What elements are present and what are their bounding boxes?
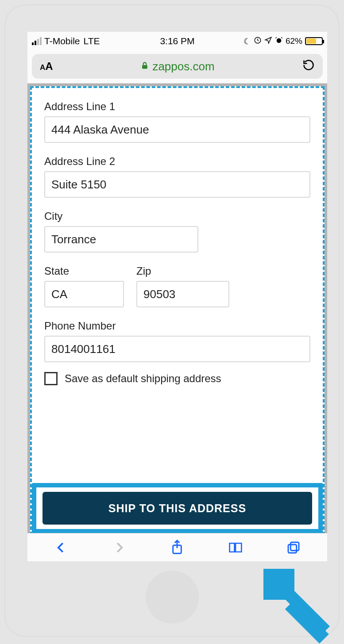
address-line-1-input[interactable] (44, 116, 310, 143)
forward-button (109, 538, 129, 557)
page-content: Address Line 1 Address Line 2 City State… (27, 84, 327, 533)
svg-rect-5 (291, 542, 299, 551)
clock-label: 3:16 PM (160, 36, 194, 46)
state-label: State (44, 265, 124, 277)
lock-icon (140, 61, 149, 72)
signal-strength-icon (32, 37, 42, 45)
address-line-2-input[interactable] (44, 171, 310, 198)
home-indicator (146, 571, 199, 624)
address-line-1-label: Address Line 1 (44, 100, 310, 113)
address-line-2-label: Address Line 2 (44, 155, 310, 168)
device-frame: T-Mobile LTE 3:16 PM ☾ 62% AA (4, 4, 340, 637)
address-form-highlight: Address Line 1 Address Line 2 City State… (30, 86, 325, 533)
annotation-arrow-icon (255, 560, 343, 644)
safari-toolbar (27, 533, 327, 561)
url-text: zappos.com (152, 60, 214, 73)
url-bar[interactable]: AA zappos.com (32, 54, 323, 79)
submit-highlight: SHIP TO THIS ADDRESS (32, 483, 323, 533)
city-input[interactable] (44, 226, 198, 253)
save-default-checkbox[interactable] (44, 372, 58, 385)
tabs-button[interactable] (284, 538, 303, 557)
location-icon (264, 36, 272, 46)
alarm-icon (275, 36, 283, 46)
share-button[interactable] (167, 538, 187, 557)
ship-to-address-button[interactable]: SHIP TO THIS ADDRESS (43, 492, 312, 525)
screen: T-Mobile LTE 3:16 PM ☾ 62% AA (27, 32, 327, 561)
text-size-button[interactable]: AA (40, 60, 53, 73)
network-type-label: LTE (84, 36, 100, 46)
phone-input[interactable] (44, 336, 310, 362)
moon-icon: ☾ (244, 36, 251, 46)
svg-point-1 (277, 38, 282, 43)
bookmarks-button[interactable] (226, 538, 245, 557)
state-input[interactable] (44, 281, 124, 307)
battery-pct-label: 62% (286, 36, 302, 46)
browser-chrome: AA zappos.com (27, 50, 327, 84)
zip-label: Zip (136, 265, 229, 277)
svg-marker-6 (263, 569, 330, 635)
battery-icon (305, 37, 323, 45)
back-button[interactable] (51, 538, 71, 557)
save-default-label: Save as default shipping address (65, 372, 221, 385)
svg-rect-7 (285, 600, 329, 644)
zip-input[interactable] (136, 281, 229, 307)
carrier-label: T-Mobile (44, 36, 80, 46)
svg-rect-2 (142, 65, 147, 69)
city-label: City (44, 210, 310, 222)
svg-rect-4 (288, 544, 297, 553)
phone-label: Phone Number (44, 320, 310, 332)
reload-button[interactable] (302, 59, 315, 74)
orientation-lock-icon (254, 36, 262, 46)
status-bar: T-Mobile LTE 3:16 PM ☾ 62% (27, 32, 327, 50)
